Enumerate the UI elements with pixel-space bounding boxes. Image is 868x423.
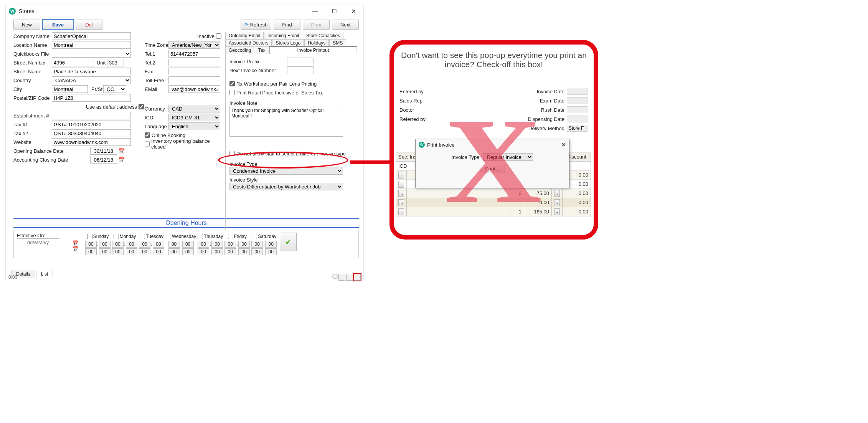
version-label: 0.03: [8, 274, 17, 280]
website-label: Website: [13, 139, 52, 145]
row-menu-button[interactable]: …: [398, 199, 404, 206]
popup-invoice-type-select[interactable]: Regular Invoice: [483, 153, 533, 161]
day-checkbox[interactable]: [87, 234, 92, 239]
tel2-input[interactable]: [168, 59, 220, 66]
prst-select[interactable]: QC: [103, 85, 126, 93]
tax2-input[interactable]: [52, 129, 131, 137]
save-button[interactable]: Save: [43, 20, 73, 30]
online-booking-checkbox[interactable]: [145, 132, 150, 138]
find-button[interactable]: Find: [274, 20, 300, 30]
tab-tax[interactable]: Tax: [255, 46, 269, 54]
calendar-icon[interactable]: 📅: [72, 240, 78, 246]
form-middle-column: Inactive Time ZoneAmerica/New_York Tel.1…: [145, 32, 221, 149]
icd-label: ICD: [145, 115, 168, 121]
callout-arrow: [350, 160, 396, 164]
maximize-button[interactable]: ☐: [327, 6, 341, 17]
city-input[interactable]: [52, 85, 88, 93]
day-checkbox[interactable]: [228, 234, 233, 239]
invoice-note-textarea[interactable]: Thank you for Shopping with Schafier Opt…: [229, 106, 343, 137]
status-icon-2[interactable]: [346, 274, 353, 281]
day-checkbox[interactable]: [252, 234, 257, 239]
invoice-date-field[interactable]: [567, 88, 587, 95]
street-number-input[interactable]: [52, 59, 94, 66]
tab-invoice-printout[interactable]: Invoice Printout: [269, 46, 357, 54]
inventory-checkbox[interactable]: [145, 141, 150, 147]
day-checkbox[interactable]: [198, 234, 203, 239]
status-icon-3[interactable]: [354, 274, 361, 281]
rush-date-field[interactable]: [567, 106, 587, 113]
status-icon-1[interactable]: [338, 274, 345, 281]
invoice-prefix-input[interactable]: [287, 58, 314, 65]
close-button[interactable]: ✕: [347, 6, 360, 17]
row-menu-button[interactable]: …: [398, 208, 404, 215]
tel1-input[interactable]: [168, 50, 220, 58]
effective-on-input[interactable]: [17, 238, 59, 246]
inactive-label: Inactive: [197, 33, 215, 39]
tollfree-input[interactable]: [168, 76, 220, 84]
rx-worksheet-checkbox[interactable]: [229, 81, 235, 86]
tab-incoming-email[interactable]: Incoming Email: [264, 32, 302, 39]
calendar-icon[interactable]: 📅: [119, 157, 125, 163]
tab-sms[interactable]: SMS: [329, 39, 346, 46]
tab-stores-logo[interactable]: Stores Logo: [272, 39, 304, 46]
tab-holidays[interactable]: Holidays: [304, 39, 329, 46]
timezone-select[interactable]: America/New_York: [168, 41, 220, 49]
day-checkbox[interactable]: [114, 234, 119, 239]
inactive-checkbox[interactable]: [216, 33, 221, 39]
referred-by-label: Referred by: [399, 116, 434, 122]
default-address-checkbox[interactable]: [139, 104, 144, 109]
exam-date-field[interactable]: [567, 97, 587, 104]
opening-balance-input[interactable]: [90, 147, 117, 155]
website-input[interactable]: [52, 138, 131, 146]
tab-store-capacities[interactable]: Store Capacities: [303, 32, 343, 39]
quickbooks-select[interactable]: [52, 50, 131, 58]
currency-select[interactable]: CAD: [168, 105, 220, 112]
city-label: City: [13, 86, 52, 92]
closing-date-input[interactable]: [90, 156, 117, 164]
del-button[interactable]: Del: [76, 20, 102, 30]
row-menu-button[interactable]: …: [398, 190, 404, 197]
dropdown-icon[interactable]: ⌄: [554, 190, 560, 197]
tab-associated-doctors[interactable]: Associated Doctors: [225, 39, 272, 46]
refresh-button[interactable]: ⟳Refresh: [241, 20, 271, 30]
row-menu-button[interactable]: …: [398, 181, 404, 188]
minimize-button[interactable]: —: [308, 6, 322, 17]
popup-print-button[interactable]: Print...: [480, 164, 505, 173]
establishment-input[interactable]: [52, 112, 131, 119]
dropdown-icon[interactable]: ⌄: [554, 208, 560, 215]
tab-geocoding[interactable]: Geocoding: [225, 46, 254, 54]
fax-input[interactable]: [168, 68, 220, 75]
delivery-method-value[interactable]: Store F: [567, 125, 587, 132]
retail-price-checkbox[interactable]: [229, 90, 235, 95]
invoice-style-select[interactable]: Costs Differentiated by Worksheet / Job: [229, 183, 343, 190]
default-address-label: Use as default address: [86, 104, 137, 110]
confirm-hours-button[interactable]: ✔: [280, 233, 297, 251]
retail-price-label: Print Retail Price Inclusive of Sales Ta…: [236, 90, 323, 96]
row-menu-button[interactable]: …: [398, 172, 404, 178]
unit-input[interactable]: [107, 59, 124, 66]
icd-select[interactable]: ICD9-CM-31: [168, 114, 220, 121]
location-name-input[interactable]: [52, 41, 131, 49]
dispensing-date-field[interactable]: [567, 116, 587, 122]
street-name-input[interactable]: [52, 68, 131, 75]
next-invoice-input[interactable]: [287, 66, 314, 74]
language-select[interactable]: English: [168, 122, 220, 130]
new-button[interactable]: New: [13, 20, 40, 30]
postal-input[interactable]: [52, 94, 131, 102]
tax1-input[interactable]: [52, 121, 131, 128]
day-checkbox[interactable]: [140, 234, 145, 239]
dropdown-icon[interactable]: ⌄: [554, 199, 560, 206]
popup-close-button[interactable]: ✕: [561, 141, 566, 149]
street-name-label: Street Name: [13, 69, 52, 74]
next-button[interactable]: Next: [332, 20, 359, 30]
tab-outgoing-email[interactable]: Outgoing Email: [225, 32, 264, 39]
email-input[interactable]: [168, 85, 220, 93]
day-checkbox[interactable]: [166, 234, 171, 239]
tax2-label: Tax #2: [13, 131, 52, 136]
rx-worksheet-label: Rx Worksheet: per Pair Lens Pricing: [236, 81, 317, 87]
company-name-input[interactable]: [52, 32, 131, 40]
country-select[interactable]: CANADA: [52, 76, 131, 84]
calendar-icon[interactable]: 📅: [119, 148, 125, 154]
calendar-icon[interactable]: 📅: [72, 246, 78, 252]
prev-button[interactable]: Prev: [303, 20, 330, 30]
